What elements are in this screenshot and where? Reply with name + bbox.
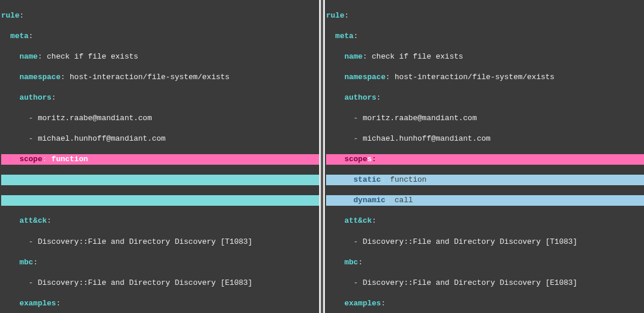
- yaml-value: Discovery::File and Directory Discovery …: [37, 237, 252, 246]
- split-divider[interactable]: [319, 0, 325, 313]
- yaml-value: host-interaction/file-system/exists: [395, 73, 554, 81]
- yaml-value: moritz.raabe@mandiant.com: [37, 114, 152, 123]
- yaml-key: name: [19, 52, 37, 61]
- yaml-key: static: [354, 175, 381, 184]
- yaml-key: name: [344, 52, 362, 61]
- yaml-value: Discovery::File and Directory Discovery …: [362, 278, 577, 287]
- diff-added-char: s: [367, 155, 372, 164]
- yaml-key: authors: [19, 93, 52, 102]
- yaml-key: namespace: [344, 73, 385, 81]
- code-line: namespace: host-interaction/file-system/…: [1, 72, 319, 83]
- diff-added-line: static: function: [326, 175, 644, 185]
- code-line: examples:: [1, 298, 319, 309]
- code-line: - Discovery::File and Directory Discover…: [1, 237, 319, 247]
- code-line: meta:: [326, 31, 644, 42]
- diff-left-pane[interactable]: rule: meta: name: check if file exists n…: [0, 0, 319, 313]
- code-line: att&ck:: [1, 216, 319, 226]
- code-line: mbc:: [326, 257, 644, 268]
- code-line: - moritz.raabe@mandiant.com: [326, 113, 644, 124]
- yaml-key: meta: [11, 32, 29, 40]
- code-line: rule:: [326, 11, 644, 21]
- yaml-key: examples: [344, 299, 381, 308]
- diff-changed-line: scopes:: [326, 154, 644, 165]
- diff-right-pane[interactable]: rule: meta: name: check if file exists n…: [325, 0, 644, 313]
- yaml-value: check if file exists: [372, 52, 463, 61]
- diff-filler-line: [1, 195, 319, 206]
- drag-handle-icon: [321, 0, 323, 313]
- yaml-key: rule: [326, 11, 344, 20]
- yaml-key: meta: [335, 32, 354, 40]
- code-line: - moritz.raabe@mandiant.com: [1, 113, 319, 124]
- code-line: - Discovery::File and Directory Discover…: [326, 278, 644, 288]
- code-line: namespace: host-interaction/file-system/…: [326, 72, 644, 83]
- yaml-value: function: [52, 155, 88, 164]
- yaml-value: moritz.raabe@mandiant.com: [362, 114, 477, 123]
- yaml-value: check if file exists: [47, 52, 138, 61]
- yaml-value: Discovery::File and Directory Discovery …: [37, 278, 252, 287]
- yaml-value: function: [390, 175, 426, 184]
- yaml-key: dynamic: [354, 196, 386, 205]
- yaml-value: host-interaction/file-system/exists: [70, 73, 229, 81]
- code-line: att&ck:: [326, 216, 644, 226]
- code-line: - Discovery::File and Directory Discover…: [1, 278, 319, 288]
- yaml-key: authors: [344, 93, 376, 102]
- yaml-value: michael.hunhoff@mandiant.com: [362, 134, 490, 143]
- yaml-key: mbc: [19, 258, 33, 267]
- yaml-value: Discovery::File and Directory Discovery …: [362, 237, 577, 246]
- code-line: mbc:: [1, 257, 319, 268]
- code-line: - michael.hunhoff@mandiant.com: [1, 134, 319, 144]
- yaml-key: att&ck: [344, 216, 372, 225]
- yaml-value: call: [395, 196, 413, 205]
- yaml-key: scope: [19, 155, 42, 164]
- code-line: - michael.hunhoff@mandiant.com: [326, 134, 644, 144]
- yaml-key: examples: [19, 299, 56, 308]
- code-line: authors:: [326, 93, 644, 103]
- diff-filler-line: [1, 175, 319, 185]
- yaml-key: mbc: [344, 258, 358, 267]
- yaml-key: scope: [344, 155, 367, 164]
- code-line: - Discovery::File and Directory Discover…: [326, 237, 644, 247]
- code-line: name: check if file exists: [326, 52, 644, 62]
- code-line: examples:: [326, 298, 644, 309]
- yaml-key: namespace: [19, 73, 60, 81]
- code-line: meta:: [1, 31, 319, 42]
- yaml-key: att&ck: [19, 216, 47, 225]
- yaml-key: rule: [1, 11, 19, 20]
- diff-changed-line: scope: function: [1, 154, 319, 165]
- diff-added-line: dynamic: call: [326, 195, 644, 206]
- code-line: name: check if file exists: [1, 52, 319, 62]
- code-line: authors:: [1, 93, 319, 103]
- code-line: rule:: [1, 11, 319, 21]
- yaml-value: michael.hunhoff@mandiant.com: [37, 134, 165, 143]
